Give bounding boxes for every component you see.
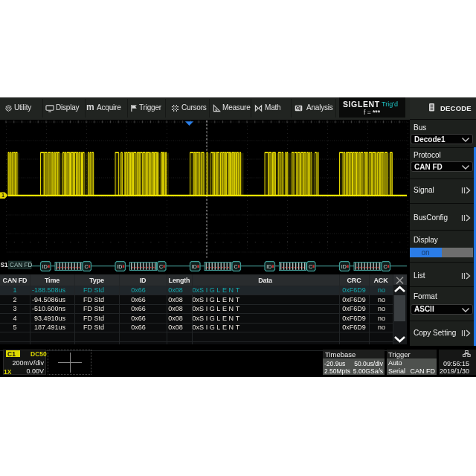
svg-text:C: C: [384, 263, 387, 268]
svg-text:C: C: [309, 263, 312, 268]
svg-text:CAN FD: CAN FD: [10, 262, 33, 268]
svg-text:ID: ID: [192, 263, 197, 268]
svg-text:C: C: [85, 263, 89, 268]
svg-text:C: C: [159, 263, 163, 268]
svg-text:S1: S1: [1, 262, 8, 268]
svg-text:ID: ID: [266, 263, 271, 268]
svg-text:1: 1: [1, 193, 4, 198]
svg-text:ID: ID: [117, 263, 122, 268]
svg-text:ID: ID: [42, 263, 48, 268]
svg-text:ID: ID: [341, 263, 347, 268]
svg-text:C: C: [234, 263, 238, 268]
